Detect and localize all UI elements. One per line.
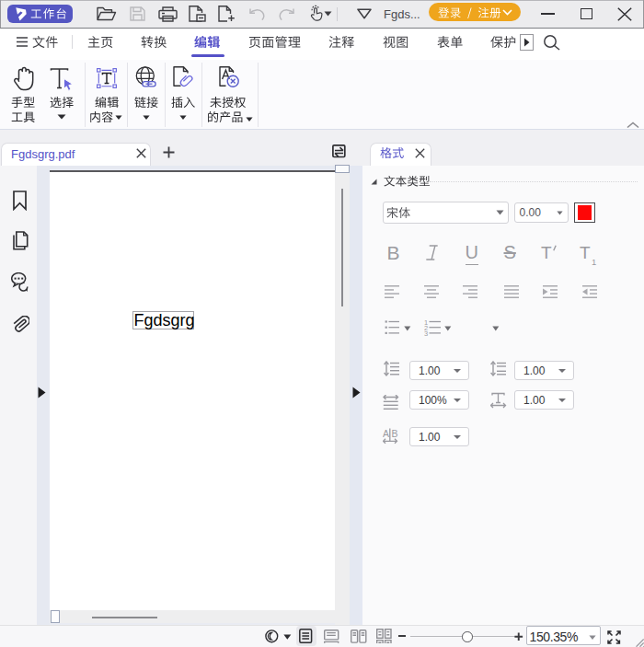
svg-text:B: B <box>392 428 398 439</box>
svg-text:3: 3 <box>424 329 428 337</box>
svg-text:A: A <box>383 428 389 439</box>
